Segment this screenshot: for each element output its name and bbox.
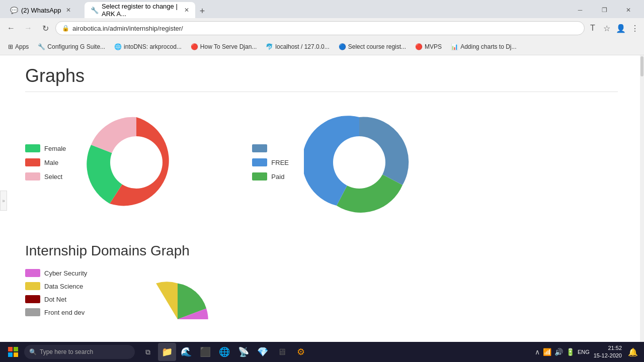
django-icon: 🔴	[191, 43, 198, 50]
tab-title: (2) WhatsApp	[21, 7, 61, 14]
lock-icon: 🔒	[62, 25, 69, 32]
dotnet-color	[25, 295, 40, 303]
address-bar[interactable]: 🔒 airobotica.in/admin/internship/registe…	[55, 21, 585, 35]
payment-chart-container: FREE Paid	[252, 102, 415, 223]
network-icon[interactable]: 📶	[543, 348, 551, 356]
select-label: Select	[44, 173, 62, 180]
tray-arrow-icon[interactable]: ∧	[535, 348, 540, 356]
legend-dotnet: Dot Net	[25, 295, 87, 303]
charts-icon: 📊	[451, 43, 458, 50]
gender-chart-container: Female Male Select	[25, 102, 192, 223]
male-label: Male	[44, 159, 58, 166]
svg-rect-5	[14, 352, 18, 357]
bookmark-intodns[interactable]: 🌐 intoDNS: arkprocod...	[110, 41, 186, 52]
bookmark-star-icon[interactable]: ☆	[602, 23, 612, 33]
legend-select: Select	[25, 172, 66, 180]
unknown-icon2[interactable]: 🖥	[273, 343, 291, 361]
filezilla-icon[interactable]: 📡	[234, 343, 253, 361]
tab-close[interactable]: ✕	[66, 7, 71, 14]
localhost-icon: 🐬	[266, 43, 273, 50]
domains-legend: Cyber Security Data Science Dot Net Fron…	[25, 269, 87, 316]
forward-button[interactable]: →	[21, 21, 35, 35]
female-color	[25, 144, 40, 152]
legend-unknown	[252, 144, 289, 152]
frontend-color	[25, 308, 40, 316]
free-color	[252, 158, 267, 166]
taskbar: 🔍 Type here to search ⧉ 📁 🌊 ⬛ 🌐 📡 💎 🖥 ⚙ …	[0, 342, 644, 362]
sidebar-toggle[interactable]: »	[0, 191, 7, 211]
reload-button[interactable]: ↻	[38, 21, 52, 35]
back-button[interactable]: ←	[4, 21, 18, 35]
legend-frontend: Front end dev	[25, 308, 87, 316]
file-explorer-icon[interactable]: 📁	[158, 343, 176, 361]
bookmark-label: Configuring G Suite...	[47, 43, 105, 50]
scrollbar-thumb	[640, 56, 643, 76]
battery-icon[interactable]: 🔋	[566, 348, 575, 356]
profile-icon[interactable]: 👤	[616, 23, 626, 33]
domains-section: Internship Domains Graph Cyber Security …	[25, 243, 618, 319]
bookmark-course[interactable]: 🔵 Select course regist...	[335, 41, 410, 52]
window-controls: ─ ❐ ✕	[569, 2, 640, 18]
clock-date: 15-12-2020	[594, 352, 622, 359]
taskbar-search-box[interactable]: 🔍 Type here to search	[24, 345, 135, 359]
bookmark-label: Adding charts to Dj...	[460, 43, 516, 50]
windows-logo-icon	[8, 347, 18, 357]
tab-ark[interactable]: 🔧 Select register to change | ARK A... ✕	[85, 2, 195, 18]
lens-translate-icon[interactable]: T	[588, 23, 598, 33]
unknown-icon3[interactable]: ⚙	[292, 343, 310, 361]
bookmark-label: Apps	[15, 43, 29, 50]
legend-paid: Paid	[252, 172, 289, 180]
main-content: Graphs Female Male Select	[5, 55, 638, 329]
tab-whatsapp[interactable]: 💬 (2) WhatsApp ✕	[4, 2, 85, 18]
bookmark-charts[interactable]: 📊 Adding charts to Dj...	[447, 41, 520, 52]
volume-icon[interactable]: 🔊	[554, 348, 563, 356]
mvps-icon: 🔴	[415, 43, 423, 50]
tabs-row: 💬 (2) WhatsApp ✕ 🔧 Select register to ch…	[0, 0, 644, 18]
svg-rect-2	[8, 347, 13, 351]
chrome-icon[interactable]: 🌐	[215, 343, 233, 361]
legend-free: FREE	[252, 158, 289, 166]
svg-rect-3	[14, 347, 18, 351]
vs-code-icon[interactable]: ⬛	[196, 343, 214, 361]
tab-favicon: 💬	[10, 7, 18, 14]
page-title: Graphs	[25, 65, 618, 86]
page-content: » Graphs Female Male	[0, 55, 644, 346]
unknown-icon1[interactable]: 💎	[254, 343, 272, 361]
cybersec-label: Cyber Security	[44, 269, 87, 277]
clock-time: 21:52	[594, 344, 622, 352]
paid-color	[252, 172, 267, 180]
tab-favicon: 🔧	[91, 7, 99, 14]
male-color	[25, 158, 40, 166]
bookmark-localhost[interactable]: 🐬 localhost / 127.0.0...	[262, 41, 333, 52]
gender-legend: Female Male Select	[25, 144, 66, 180]
search-placeholder: Type here to search	[40, 348, 93, 355]
start-button[interactable]	[4, 343, 22, 361]
notification-button[interactable]: 🔔	[626, 345, 640, 359]
maximize-button[interactable]: ❐	[593, 2, 616, 18]
section-divider	[25, 92, 618, 92]
bookmark-apps[interactable]: ⊞ Apps	[4, 41, 33, 52]
gsuite-icon: 🔧	[38, 43, 45, 50]
bookmark-gsuite[interactable]: 🔧 Configuring G Suite...	[34, 41, 109, 52]
cybersec-color	[25, 269, 40, 277]
tab-close[interactable]: ✕	[184, 7, 189, 14]
scrollbar[interactable]	[640, 55, 644, 346]
tab-title: Select register to change | ARK A...	[102, 3, 179, 18]
menu-icon[interactable]: ⋮	[630, 23, 640, 33]
course-icon: 🔵	[339, 43, 346, 50]
minimize-button[interactable]: ─	[569, 2, 592, 18]
new-tab-button[interactable]: +	[195, 4, 209, 18]
intodns-icon: 🌐	[114, 43, 122, 50]
bookmarks-bar: ⊞ Apps 🔧 Configuring G Suite... 🌐 intoDN…	[0, 38, 644, 55]
bookmark-label: Select course regist...	[348, 43, 406, 50]
bookmark-label: How To Serve Djan...	[200, 43, 257, 50]
close-button[interactable]: ✕	[617, 2, 640, 18]
frontend-label: Front end dev	[44, 309, 85, 316]
address-icons: T ☆ 👤 ⋮	[588, 23, 640, 33]
taskbar-clock[interactable]: 21:52 15-12-2020	[594, 344, 622, 360]
task-view-button[interactable]: ⧉	[139, 343, 157, 361]
language-label[interactable]: ENG	[578, 349, 590, 355]
edge-browser-icon[interactable]: 🌊	[177, 343, 195, 361]
bookmark-django[interactable]: 🔴 How To Serve Djan...	[187, 41, 261, 52]
bookmark-mvps[interactable]: 🔴 MVPS	[411, 41, 446, 52]
